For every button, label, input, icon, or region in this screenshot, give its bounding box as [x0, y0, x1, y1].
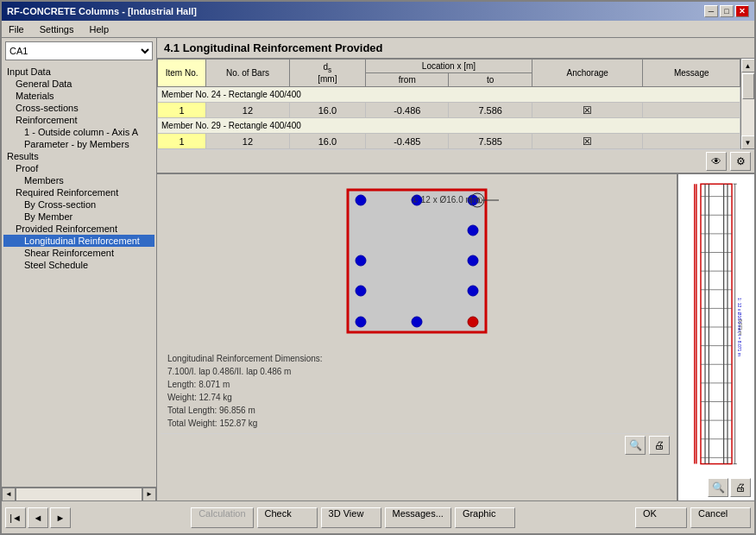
- sidebar-item-input-data[interactable]: Input Data: [3, 66, 154, 78]
- svg-point-8: [356, 286, 366, 296]
- anchorage-cell-2: ☒: [532, 134, 643, 149]
- menu-bar: File Settings Help: [2, 21, 754, 38]
- sidebar-item-outside-column[interactable]: 1 - Outside column - Axis A: [3, 126, 154, 138]
- title-bar: RF-CONCRETE Columns - [Industrial Hall] …: [2, 2, 754, 21]
- print-elevation-button[interactable]: 🖨: [730, 478, 751, 497]
- graphic-main: ① ① 12 x Ø16.0 mm. Longitudinal Reinforc…: [157, 174, 677, 500]
- col-e-header: Anchorage: [532, 60, 643, 87]
- sidebar-item-materials[interactable]: Materials: [3, 90, 154, 102]
- sidebar-item-reinforcement[interactable]: Reinforcement: [3, 114, 154, 126]
- section-title: 4.1 Longitudinal Reinforcement Provided: [157, 38, 754, 59]
- graphic-button[interactable]: Graphic: [455, 507, 515, 528]
- elevation-view: 1: 12 x Ø16.0 mm, l = 8.071 m 8.071 m 🔍 …: [677, 174, 754, 500]
- sidebar-item-steel-schedule[interactable]: Steel Schedule: [3, 259, 154, 271]
- svg-rect-0: [348, 190, 486, 332]
- message-cell: [643, 103, 740, 118]
- settings-button[interactable]: ⚙: [730, 152, 751, 171]
- table-vscroll[interactable]: ▲ ▼: [740, 59, 754, 149]
- from-cell-2: -0.485: [366, 134, 449, 149]
- cross-section-svg: ①: [331, 181, 503, 345]
- vscroll-up-btn[interactable]: ▲: [741, 59, 755, 72]
- vscroll-track[interactable]: [741, 72, 755, 135]
- sidebar-item-results[interactable]: Results: [3, 150, 154, 162]
- item-no-cell: 1: [158, 103, 206, 118]
- back-button[interactable]: ◄: [28, 507, 48, 528]
- sidebar-item-members[interactable]: Members: [3, 174, 154, 186]
- ds-cell: 16.0: [289, 103, 365, 118]
- sidebar-item-longitudinal-reinforcement[interactable]: Longitudinal Reinforcement: [3, 235, 154, 247]
- hscroll-right-btn[interactable]: ►: [142, 488, 156, 501]
- sidebar-item-cross-sections[interactable]: Cross-sections: [3, 102, 154, 114]
- svg-point-1: [356, 195, 366, 205]
- svg-point-9: [468, 225, 478, 236]
- zoom-graphic-button[interactable]: 🔍: [625, 436, 646, 455]
- to-cell: 7.586: [449, 103, 532, 118]
- data-table: Item No. No. of Bars ds[mm] Location x […: [157, 59, 740, 149]
- member-label-29: Member No. 29 - Rectangle 400/400: [158, 118, 740, 134]
- ok-button[interactable]: OK: [635, 507, 687, 528]
- item-no-cell-2: 1: [158, 134, 206, 149]
- right-panel: 4.1 Longitudinal Reinforcement Provided …: [157, 38, 754, 500]
- svg-point-7: [356, 255, 366, 266]
- vscroll-thumb[interactable]: [742, 73, 754, 99]
- sidebar-item-general-data[interactable]: General Data: [3, 78, 154, 90]
- menu-help[interactable]: Help: [85, 23, 112, 35]
- from-cell: -0.486: [366, 103, 449, 118]
- menu-settings[interactable]: Settings: [36, 23, 78, 35]
- sidebar-item-proof[interactable]: Proof: [3, 162, 154, 174]
- graphic-section: ① ① 12 x Ø16.0 mm. Longitudinal Reinforc…: [157, 173, 754, 500]
- vscroll-down-btn[interactable]: ▼: [741, 135, 755, 149]
- sidebar-item-by-member[interactable]: By Member: [3, 211, 154, 223]
- svg-point-6: [468, 317, 478, 327]
- table-row: Member No. 24 - Rectangle 400/400: [158, 87, 740, 103]
- bars-cell: 12: [206, 103, 289, 118]
- print-graphic-button[interactable]: 🖨: [649, 436, 670, 455]
- back-begin-button[interactable]: |◄: [5, 507, 26, 528]
- sidebar-hscroll[interactable]: ◄ ►: [2, 487, 156, 500]
- forward-button[interactable]: ►: [50, 507, 71, 528]
- menu-file[interactable]: File: [5, 23, 28, 35]
- calculation-button[interactable]: Calculation: [191, 507, 253, 528]
- col-from-header: from: [366, 73, 449, 87]
- svg-point-5: [412, 317, 422, 327]
- sidebar-item-required-reinforcement[interactable]: Required Reinforcement: [3, 186, 154, 198]
- messages-button[interactable]: Messages...: [385, 507, 451, 528]
- sidebar-tree: Input Data General Data Materials Cross-…: [2, 64, 156, 487]
- minimize-button[interactable]: ─: [704, 5, 718, 17]
- ca-select[interactable]: CA1: [5, 41, 153, 60]
- eye-button[interactable]: 👁: [706, 152, 727, 171]
- 3d-view-button[interactable]: 3D View: [321, 507, 381, 528]
- anchorage-cell: ☒: [532, 103, 643, 118]
- close-button[interactable]: ✕: [735, 5, 749, 17]
- window-title: RF-CONCRETE Columns - [Industrial Hall]: [7, 6, 197, 16]
- footer-left: |◄ ◄ ►: [5, 507, 71, 528]
- hscroll-track[interactable]: [16, 488, 142, 501]
- maximize-button[interactable]: □: [720, 5, 734, 17]
- sidebar-dropdown[interactable]: CA1: [5, 41, 153, 60]
- window-controls: ─ □ ✕: [704, 5, 749, 17]
- svg-text:8.071 m: 8.071 m: [738, 319, 743, 335]
- bars-cell-2: 12: [206, 134, 289, 149]
- sidebar: CA1 Input Data General Data Materials Cr…: [2, 38, 157, 500]
- check-button[interactable]: Check: [257, 507, 318, 528]
- col-c-header: ds[mm]: [289, 60, 365, 87]
- sidebar-item-provided-reinforcement[interactable]: Provided Reinforcement: [3, 223, 154, 235]
- cancel-button[interactable]: Cancel: [690, 507, 751, 528]
- hscroll-left-btn[interactable]: ◄: [2, 488, 16, 501]
- table-scrollbar-area: Item No. No. of Bars ds[mm] Location x […: [157, 59, 754, 149]
- svg-point-4: [356, 317, 366, 327]
- table-wrapper: Item No. No. of Bars ds[mm] Location x […: [157, 59, 740, 149]
- sidebar-item-by-cross-section[interactable]: By Cross-section: [3, 198, 154, 211]
- to-cell-2: 7.585: [449, 134, 532, 149]
- elevation-toolbar: 🔍 🖨: [682, 476, 751, 497]
- sidebar-item-parameter-by-members[interactable]: Parameter - by Members: [3, 138, 154, 150]
- col-b-header: No. of Bars: [206, 60, 289, 87]
- main-content: CA1 Input Data General Data Materials Cr…: [2, 38, 754, 500]
- zoom-elevation-button[interactable]: 🔍: [708, 478, 728, 497]
- col-f-header: Message: [643, 60, 740, 87]
- graphic-bottom-toolbar: 🔍 🖨: [161, 433, 673, 456]
- dimensions-text: Longitudinal Reinforcement Dimensions: 7…: [161, 349, 673, 433]
- cross-section-view: ① ① 12 x Ø16.0 mm.: [161, 178, 673, 349]
- rebar-annotation: ① 12 x Ø16.0 mm.: [411, 195, 482, 205]
- sidebar-item-shear-reinforcement[interactable]: Shear Reinforcement: [3, 247, 154, 259]
